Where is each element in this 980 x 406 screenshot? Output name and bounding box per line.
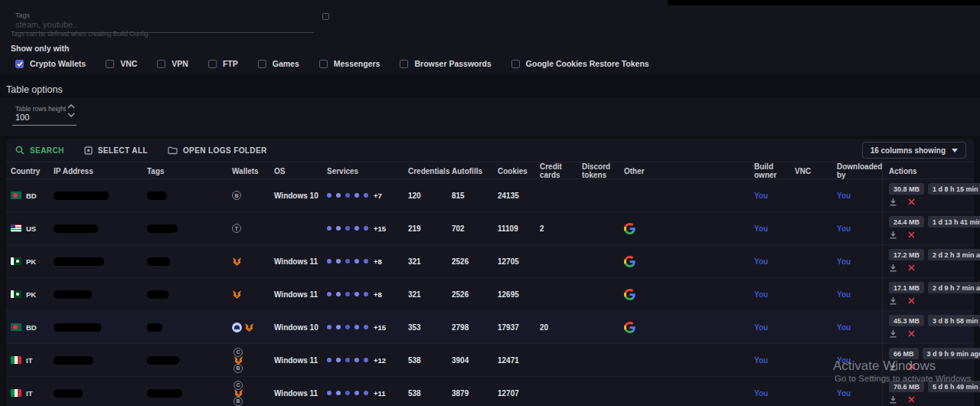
delete-icon[interactable]: [908, 264, 915, 271]
downloaded-by-link[interactable]: You: [837, 224, 882, 233]
downloaded-by-link[interactable]: You: [837, 389, 882, 398]
service-dot-icon: [354, 193, 359, 198]
action-icons: [889, 296, 974, 305]
search-icon: [15, 146, 24, 155]
other-cell: [624, 256, 754, 267]
column-header-ip-address[interactable]: IP Address: [54, 167, 147, 175]
table-row[interactable]: ITCBWindows 11+11538387912707YouYou70.6 …: [6, 377, 974, 406]
build-owner-link[interactable]: You: [754, 192, 795, 200]
build-owner-link[interactable]: You: [754, 290, 795, 299]
filter-checkbox-messengers[interactable]: Messengers: [319, 59, 381, 68]
column-header-tags[interactable]: Tags: [147, 167, 232, 175]
filter-checkbox-crypto-wallets[interactable]: Crypto Wallets: [15, 59, 86, 68]
checkbox-icon[interactable]: [400, 60, 408, 68]
build-owner-link[interactable]: You: [754, 389, 795, 398]
download-icon[interactable]: [889, 395, 897, 404]
columns-dropdown[interactable]: 16 columns showing: [862, 142, 966, 159]
column-header-credentials[interactable]: Credentials: [408, 167, 452, 175]
header-checkbox[interactable]: [322, 13, 329, 20]
rows-height-value[interactable]: 100: [15, 113, 29, 122]
wallet-letter-icon: B: [234, 397, 243, 406]
checkbox-icon[interactable]: [157, 60, 165, 68]
action-badges: 66 MB3 d 9 h 9 min ago: [889, 348, 974, 359]
filter-checkbox-vnc[interactable]: VNC: [106, 59, 137, 68]
table-row[interactable]: PKWindows 11+8321252612705YouYou17.2 MB2…: [6, 245, 974, 278]
stepper-up-icon[interactable]: [67, 104, 75, 109]
ip-redacted-bar: [54, 192, 109, 200]
downloaded-by-link[interactable]: You: [837, 290, 882, 299]
column-header-vnc[interactable]: VNC: [795, 167, 837, 175]
downloaded-by-link[interactable]: You: [837, 257, 882, 266]
column-header-wallets[interactable]: Wallets: [232, 167, 274, 175]
checkbox-icon[interactable]: [511, 60, 520, 68]
column-header-os[interactable]: OS: [274, 167, 327, 175]
tags-cell: [147, 290, 232, 299]
column-header-downloaded-by[interactable]: Downloaded by: [837, 162, 882, 179]
country-code: PK: [26, 257, 36, 266]
os-cell: Windows 10: [274, 323, 327, 332]
download-icon[interactable]: [889, 329, 897, 338]
downloaded-by-link[interactable]: You: [837, 323, 882, 332]
table-row[interactable]: PKWindows 11+8321252612695YouYou17.1 MB2…: [6, 278, 974, 311]
filter-checkbox-vpn[interactable]: VPN: [157, 59, 188, 68]
column-header-build-owner[interactable]: Build owner: [754, 162, 795, 179]
table-row[interactable]: UST+15219702111092YouYou24.4 MB1 d 13 h …: [6, 212, 974, 245]
credit-cards-cell: 2: [540, 224, 582, 233]
ip-address-cell: [54, 192, 147, 200]
service-dot-icon: [354, 358, 359, 362]
wallets-cell: [232, 257, 274, 267]
wallets-cell: T: [232, 224, 274, 233]
delete-icon[interactable]: [908, 231, 915, 238]
download-icon[interactable]: [889, 231, 897, 239]
checkbox-label: Browser Passwords: [414, 59, 491, 68]
delete-icon[interactable]: [908, 198, 915, 205]
delete-icon[interactable]: [908, 396, 915, 403]
column-header-credit-cards[interactable]: Credit cards: [540, 162, 582, 179]
build-owner-link[interactable]: You: [754, 257, 795, 266]
column-header-autofills[interactable]: Autofills: [452, 167, 498, 175]
ip-address-cell: [54, 323, 147, 332]
column-header-country[interactable]: Country: [11, 167, 54, 175]
column-header-services[interactable]: Services: [327, 167, 408, 175]
delete-icon[interactable]: [908, 330, 915, 337]
tag-redacted-bar: [147, 323, 162, 332]
flag-icon-it: [11, 389, 21, 397]
rows-height-stepper[interactable]: Table rows height 100: [12, 103, 77, 126]
action-badges: 17.2 MB2 d 2 h 3 min ago: [889, 249, 974, 260]
checkbox-icon[interactable]: [15, 60, 24, 68]
checkbox-icon[interactable]: [106, 60, 114, 68]
services-more-count: +15: [374, 224, 386, 233]
build-owner-link[interactable]: You: [754, 323, 795, 332]
action-icons: [889, 198, 974, 206]
country-code: BD: [26, 323, 37, 332]
filter-checkbox-google-cookies-restore-tokens[interactable]: Google Cookies Restore Tokens: [511, 59, 649, 68]
table-row[interactable]: ITCBWindows 11+12538390412471YouYou66 MB…: [6, 344, 974, 377]
column-header-discord-tokens[interactable]: Discord tokens: [582, 162, 624, 179]
select-all-button[interactable]: SELECT ALL: [84, 146, 148, 155]
download-icon[interactable]: [889, 198, 897, 206]
column-header-actions[interactable]: Actions: [882, 162, 974, 179]
filter-checkbox-browser-passwords[interactable]: Browser Passwords: [400, 59, 491, 68]
stepper-down-icon[interactable]: [67, 113, 75, 117]
filters-section: Tags Tags can be defined when creating B…: [0, 0, 980, 74]
checkbox-label: Messengers: [334, 59, 381, 68]
downloaded-by-link[interactable]: You: [837, 192, 882, 200]
build-owner-link[interactable]: You: [754, 356, 795, 365]
search-button[interactable]: SEARCH: [15, 146, 64, 155]
checkbox-icon[interactable]: [319, 60, 328, 68]
download-icon[interactable]: [889, 296, 897, 305]
table-row[interactable]: BDWindows 10+1535327981793720YouYou45.3 …: [6, 311, 974, 344]
column-header-cookies[interactable]: Cookies: [498, 167, 540, 175]
filter-checkbox-ftp[interactable]: FTP: [208, 59, 238, 68]
delete-icon[interactable]: [908, 297, 915, 304]
checkbox-icon[interactable]: [208, 60, 217, 68]
open-logs-folder-button[interactable]: OPEN LOGS FOLDER: [168, 146, 267, 155]
download-icon[interactable]: [889, 264, 897, 272]
column-header-other[interactable]: Other: [624, 167, 754, 175]
credentials-cell: 538: [408, 389, 452, 398]
table-row[interactable]: BDBWindows 10+712081524135YouYou30.8 MB1…: [6, 179, 974, 212]
build-owner-link[interactable]: You: [754, 224, 795, 233]
checkbox-icon[interactable]: [258, 60, 266, 68]
filter-checkbox-games[interactable]: Games: [258, 59, 299, 68]
tags-cell: [147, 257, 232, 266]
